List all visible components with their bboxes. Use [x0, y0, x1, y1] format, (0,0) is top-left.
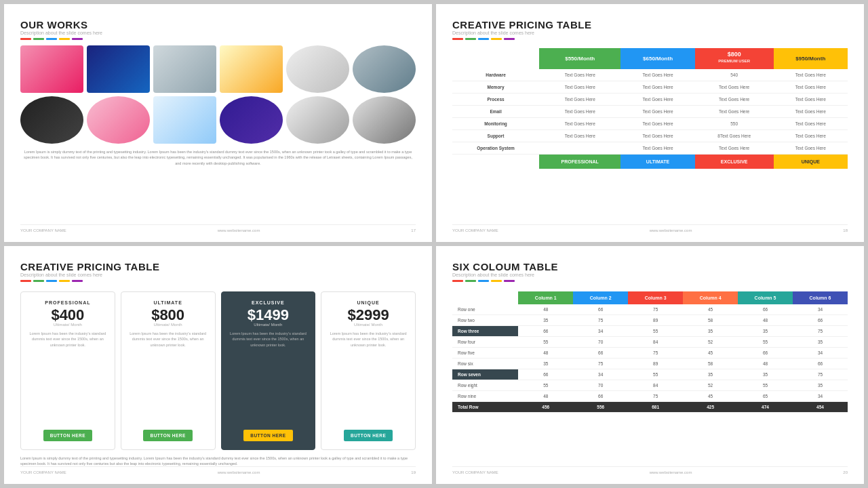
col-header-blue: $650/Month [620, 48, 694, 69]
total-row: Total Row456556681425474454 [452, 402, 848, 413]
slide2-title: CREATIVE PRICING TABLE [452, 19, 848, 30]
pricing-card-professional: PROFESSIONAL $400 Ultimate/ Month Lorem … [20, 291, 115, 450]
six-col-header-5: Column 5 [738, 291, 793, 304]
work-item-8 [87, 96, 150, 144]
pricing-card-ultimate: ULTIMATE $800 Ultimate/ Month Lorem Ipsu… [121, 291, 216, 450]
plan-name-exclusive: EXCLUSIVE [252, 300, 285, 305]
table-row: MemoryText Goes HereText Goes HereText G… [452, 81, 848, 94]
slide3-title: CREATIVE PRICING TABLE [20, 261, 416, 272]
col-header-yellow: $950/Month [774, 48, 848, 69]
slide2-footer: YOUR COMPANY NAME www.websitename.com 18 [452, 224, 848, 232]
six-column-table: Column 1 Column 2 Column 3 Column 4 Colu… [452, 291, 848, 413]
plan-name-ultimate: ULTIMATE [153, 300, 182, 305]
plan-desc-unique: Lorem Ipsum has been the industry's stan… [327, 331, 410, 424]
plan-period-exclusive: Ultimate/ Month [254, 323, 282, 327]
slide4-footer-page: 20 [843, 470, 848, 474]
slide1-footer-page: 17 [411, 228, 416, 232]
plan-price-exclusive: $1499 [248, 308, 289, 323]
six-col-header-1: Column 1 [518, 291, 573, 304]
works-grid [20, 45, 416, 144]
slide4-footer-company: YOUR COMPANY NAME [452, 470, 498, 474]
table-row: Row one486675456634 [452, 304, 848, 315]
plan-name-professional: PROFESSIONAL [45, 300, 90, 305]
plan-period-professional: Ultimate/ Month [54, 323, 82, 327]
pricing-card-unique: UNIQUE $2999 Ultimate/ Month Lorem Ipsum… [321, 291, 416, 450]
six-col-header-3: Column 3 [628, 291, 683, 304]
work-item-5 [286, 45, 349, 93]
slide1-color-bar [20, 38, 416, 40]
six-col-header-4: Column 4 [683, 291, 738, 304]
six-table-header-row: Column 1 Column 2 Column 3 Column 4 Colu… [452, 291, 848, 304]
slide-our-works: OUR WORKS Description about the slide co… [4, 4, 432, 242]
plan-price-unique: $2999 [348, 308, 389, 323]
slide2-footer-company: YOUR COMPANY NAME [452, 228, 498, 232]
slide4-title: SIX COLOUM TABLE [452, 261, 848, 272]
work-item-12 [353, 96, 416, 144]
slide3-color-bar [20, 280, 416, 282]
table-row: HardwareText Goes HereText Goes Here540T… [452, 69, 848, 81]
slide4-desc: Description about the slide comes here [452, 272, 848, 277]
table-row: Row five486675456634 [452, 348, 848, 359]
slide-pricing-cards: CREATIVE PRICING TABLE Description about… [4, 246, 432, 484]
plan-desc-ultimate: Lorem Ipsum has been the industry's stan… [127, 331, 210, 424]
slide3-footer-website: www.websitename.com [218, 470, 260, 474]
plan-btn-professional[interactable]: BUTTON HERE [43, 430, 92, 441]
six-col-header-2: Column 2 [573, 291, 628, 304]
pricing-table-top: $550/Month $650/Month $800 PREMIUM USER … [452, 48, 848, 169]
pricing-footer-row: PROFESSIONAL ULTIMATE EXCLUSIVE UNIQUE [452, 155, 848, 169]
work-item-10 [220, 96, 283, 144]
table-row: MonitoringText Goes HereText Goes Here55… [452, 118, 848, 130]
table-row: Row six357589584866 [452, 359, 848, 369]
plan-period-ultimate: Ultimate/ Month [154, 323, 182, 327]
table-row: ProcessText Goes HereText Goes HereText … [452, 94, 848, 106]
slide-pricing-top: CREATIVE PRICING TABLE Description about… [436, 4, 864, 242]
slide3-footer-page: 19 [411, 470, 416, 474]
slide1-title: OUR WORKS [20, 19, 416, 30]
table-row: Row eight557084525535 [452, 380, 848, 391]
plan-period-unique: Ultimate/ Month [354, 323, 382, 327]
slide1-footer-company: YOUR COMPANY NAME [20, 228, 66, 232]
slide4-footer-website: www.websitename.com [650, 470, 692, 474]
slide3-footer-company: YOUR COMPANY NAME [20, 470, 66, 474]
slide2-footer-website: www.websitename.com [650, 228, 692, 232]
slide3-desc: Description about the slide comes here [20, 272, 416, 277]
work-item-6 [353, 45, 416, 93]
work-item-7 [20, 96, 83, 144]
table-row: Row two357589584866 [452, 315, 848, 326]
work-item-4 [220, 45, 283, 93]
col-header-green: $550/Month [539, 48, 620, 69]
pricing-cards-container: PROFESSIONAL $400 Ultimate/ Month Lorem … [20, 291, 416, 450]
plan-price-professional: $400 [51, 308, 84, 323]
slide1-footer-website: www.websitename.com [218, 228, 260, 232]
slide1-desc: Description about the slide comes here [20, 30, 416, 35]
table-row: SupportText Goes HereText Goes Here8Text… [452, 130, 848, 142]
table-row: EmailText Goes HereText Goes HereText Go… [452, 106, 848, 118]
slide2-desc: Description about the slide comes here [452, 30, 848, 35]
plan-btn-exclusive[interactable]: BUTTON HERE [243, 430, 292, 441]
plan-btn-unique[interactable]: BUTTON HERE [344, 430, 393, 441]
work-item-3 [153, 45, 216, 93]
plan-price-ultimate: $800 [151, 308, 184, 323]
slide2-footer-page: 18 [843, 228, 848, 232]
slide3-footer: YOUR COMPANY NAME www.websitename.com 19 [20, 466, 416, 474]
six-col-header-6: Column 6 [793, 291, 848, 304]
slide1-footer: YOUR COMPANY NAME www.websitename.com 17 [20, 224, 416, 232]
work-item-1 [20, 45, 83, 93]
work-item-11 [286, 96, 349, 144]
work-item-2 [87, 45, 150, 93]
slide4-footer: YOUR COMPANY NAME www.websitename.com 20 [452, 466, 848, 474]
col-header-red: $800 PREMIUM USER [695, 48, 774, 69]
plan-desc-professional: Lorem Ipsum has been the industry's stan… [26, 331, 109, 424]
table-row: Operation SystemText Goes HereText Goes … [452, 142, 848, 155]
work-item-9 [153, 96, 216, 144]
plan-btn-ultimate[interactable]: BUTTON HERE [143, 430, 192, 441]
table-row-highlighted: Row three663455353575 [452, 326, 848, 337]
table-row-highlighted: Row seven663455353575 [452, 369, 848, 380]
slide4-color-bar [452, 280, 848, 282]
slide3-bottom-text: Lorem Ipsum is simply dummy text of the … [20, 455, 416, 467]
plan-desc-exclusive: Lorem Ipsum has been the industry's stan… [227, 331, 310, 424]
slide2-color-bar [452, 38, 848, 40]
table-row: Row four557084525535 [452, 337, 848, 348]
table-row: Row nine486675456534 [452, 391, 848, 402]
slide1-body-text: Lorem Ipsum is simply dummy text of the … [20, 149, 416, 166]
